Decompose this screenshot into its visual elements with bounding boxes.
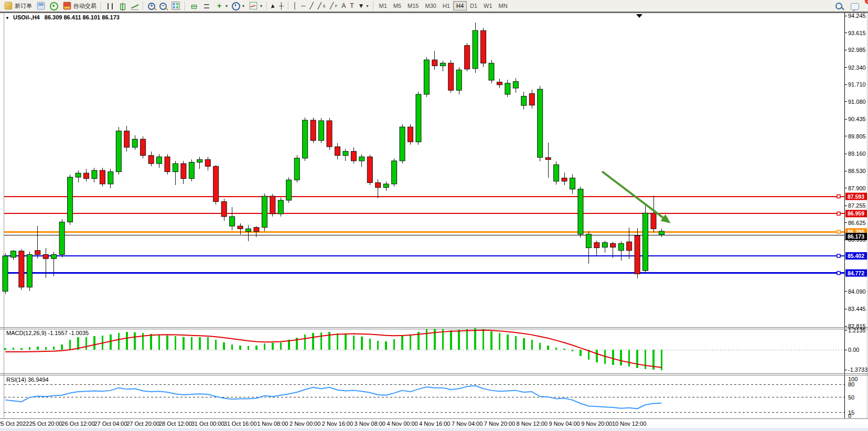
toolbar-separator (143, 2, 144, 10)
candle (440, 63, 445, 66)
timeframe-m5[interactable]: M5 (390, 1, 404, 10)
candle (424, 60, 429, 94)
macd-indicator-label: MACD(12,26,9) -1.1557 -1.0035 (6, 330, 89, 336)
svg-text:91.080: 91.080 (848, 99, 866, 105)
crosshair-button[interactable]: ┼ (277, 0, 286, 12)
indicators-button[interactable]: +▾ (213, 0, 230, 12)
candle (643, 213, 648, 271)
candle (270, 196, 275, 214)
cursor-button[interactable] (270, 0, 277, 12)
line-chart-button[interactable] (129, 0, 141, 12)
svg-text:31 Oct 00:00: 31 Oct 00:00 (191, 421, 224, 427)
candle (59, 222, 65, 254)
new-order-button[interactable]: 新订单 (2, 0, 34, 12)
svg-text:25 Oct 20:00: 25 Oct 20:00 (29, 421, 62, 427)
main-toolbar: 新订单 自动交易 + − +▾ ▾ ▾ ┼ │ ─ ╱ ╱E ╱F A T ▼▾ (0, 0, 868, 12)
zoom-out-icon: − (159, 3, 167, 10)
zoom-in-button[interactable]: + (146, 0, 157, 12)
candlestick-chart-button[interactable] (116, 0, 129, 12)
candle (205, 159, 210, 166)
svg-text:4 Nov 00:00: 4 Nov 00:00 (387, 421, 417, 427)
chart-shift-button[interactable] (200, 0, 213, 12)
candle (659, 231, 664, 235)
timeframe-w1[interactable]: W1 (480, 1, 496, 10)
candle (554, 165, 559, 181)
symbol-dropdown-icon[interactable]: ▼ (5, 16, 9, 20)
shapes-button[interactable]: ▼▾ (356, 0, 371, 12)
price-chart-canvas[interactable]: 94.24593.61592.98592.34091.71091.08090.4… (0, 0, 868, 431)
candle (367, 157, 372, 182)
svg-text:31 Oct 16:00: 31 Oct 16:00 (224, 421, 257, 427)
bar-chart-button[interactable] (104, 0, 116, 12)
horizontal-level-lines (4, 195, 844, 275)
svg-text:28 Oct 12:00: 28 Oct 12:00 (159, 421, 192, 427)
svg-text:90.435: 90.435 (848, 116, 866, 122)
toolbar-separator (288, 2, 289, 10)
periods-button[interactable]: ▾ (230, 0, 247, 12)
svg-text:-1.3733: -1.3733 (848, 367, 867, 373)
timeframe-h4[interactable]: H4 (453, 1, 467, 10)
trendline-icon: ╱ (310, 2, 314, 9)
auto-scroll-icon (191, 5, 197, 9)
search-icon (835, 3, 842, 9)
text-tool-button[interactable]: A (339, 0, 348, 12)
macd-layer: 1.21350.00-1.3733 (4, 327, 867, 373)
candle (132, 139, 137, 147)
toolbar-separator (266, 2, 267, 10)
auto-scroll-button[interactable] (188, 0, 200, 12)
candle (570, 178, 575, 189)
timeframe-m30[interactable]: M30 (422, 1, 439, 10)
templates-button[interactable]: ▾ (247, 0, 264, 12)
terminal-button[interactable] (34, 0, 48, 12)
candle (343, 152, 348, 156)
svg-text:86.625: 86.625 (848, 220, 866, 226)
chart-ohlc-values: 86.309 86.411 86.101 86.173 (45, 14, 120, 20)
vertical-line-button[interactable]: │ (291, 0, 299, 12)
notifications-button[interactable]: 1 (849, 0, 861, 12)
svg-text:10 Nov 12:00: 10 Nov 12:00 (612, 421, 646, 427)
candle (35, 251, 40, 255)
candle (124, 131, 130, 147)
candle (100, 170, 105, 184)
candle (456, 70, 462, 90)
candle (303, 120, 308, 158)
candlestick-chart-icon (120, 4, 125, 10)
text-tool-icon: A (341, 2, 346, 9)
horizontal-line-button[interactable]: ─ (299, 0, 308, 12)
svg-text:86.173: 86.173 (848, 233, 864, 240)
fibonacci-button[interactable]: ╱F (328, 0, 340, 12)
svg-text:87.593: 87.593 (848, 193, 864, 200)
svg-text:2 Nov 16:00: 2 Nov 16:00 (322, 421, 353, 427)
text-label-button[interactable]: T (348, 0, 356, 12)
candle (383, 184, 389, 188)
candle (473, 30, 478, 69)
zoom-in-icon: + (148, 3, 155, 10)
candle (319, 121, 324, 141)
tile-windows-button[interactable] (169, 0, 183, 12)
zoom-out-button[interactable]: − (157, 0, 169, 12)
timeframe-m15[interactable]: M15 (404, 1, 422, 10)
auto-trading-button[interactable]: 自动交易 (60, 0, 99, 12)
candle (359, 157, 365, 161)
template-icon (250, 2, 257, 9)
candle (586, 234, 591, 248)
candle (181, 164, 186, 178)
timeframe-m1[interactable]: M1 (376, 1, 390, 10)
signals-button[interactable] (48, 0, 60, 12)
chart-symbol-period: USOil-,H4 (13, 14, 40, 20)
svg-text:4 Nov 16:00: 4 Nov 16:00 (419, 421, 450, 427)
notification-badge: 1 (865, 0, 868, 4)
svg-text:1.2135: 1.2135 (848, 327, 866, 333)
candle (335, 147, 340, 156)
timeframe-mn[interactable]: MN (496, 1, 511, 10)
new-order-label: 新订单 (15, 2, 32, 10)
svg-text:91.710: 91.710 (848, 81, 866, 88)
auto-trading-icon (63, 2, 71, 9)
clock-icon (232, 2, 240, 10)
candle (141, 139, 146, 155)
timeframe-d1[interactable]: D1 (467, 1, 480, 10)
equidistant-channel-button[interactable]: ╱E (316, 0, 328, 12)
trendline-button[interactable]: ╱ (308, 0, 316, 12)
timeframe-h1[interactable]: H1 (440, 1, 453, 10)
search-button[interactable] (833, 0, 844, 12)
